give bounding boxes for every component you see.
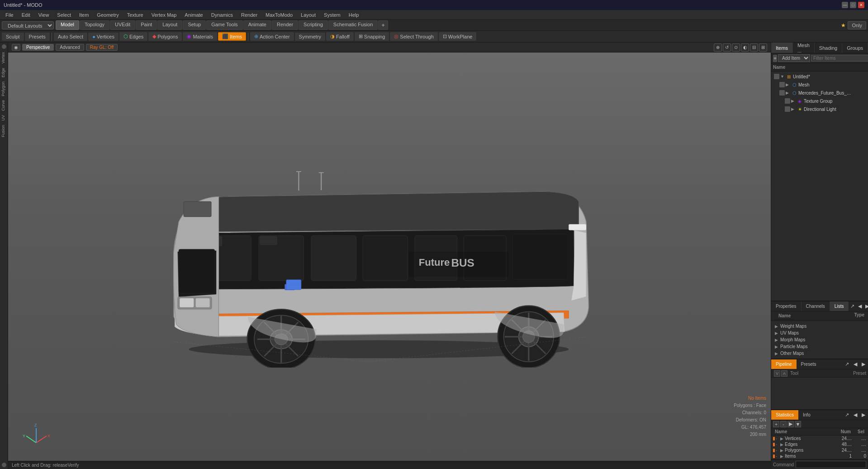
stats-row-vertices[interactable]: - ▶ Vertices 24.... .... [771,436,868,441]
sidebar-tab-polygon[interactable]: Polygon [0,80,8,98]
list-row-morph-maps[interactable]: ▶ Morph Maps [773,336,866,343]
menu-item-system[interactable]: System [320,11,344,19]
symmetry-button[interactable]: Symmetry [295,33,326,41]
menu-item-maxtomodo[interactable]: MaxToModo [262,11,296,19]
layout-tab-model[interactable]: Model [56,20,79,30]
menu-item-item[interactable]: Item [76,11,92,19]
tree-item-directional-light[interactable]: ▶ ☀ Directional Light [783,105,867,113]
stats-more-icon[interactable]: ▶ [860,411,867,419]
layout-tab-topology[interactable]: Topology [80,20,109,30]
tab-mesh[interactable]: Mesh ... [793,43,815,53]
stats-remove-button[interactable]: - [780,421,787,427]
tab-shading[interactable]: Shading [815,43,842,53]
snapping-button[interactable]: ⊞ Snapping [355,32,389,41]
vp-mode-btn[interactable]: ◉ [12,44,20,51]
expand-icon-4[interactable]: ▶ [791,99,796,103]
vertices-button[interactable]: ● Vertices [88,33,119,41]
sidebar-tab-fusion[interactable]: Fusion [0,123,8,139]
stats-row-polygons[interactable]: - ▶ Polygons 24.... .... [771,447,868,453]
sculpt-button[interactable]: Sculpt [2,33,24,41]
maximize-button[interactable]: □ [850,2,856,8]
edges-button[interactable]: ⬡ Edges [119,32,147,41]
polygons-button[interactable]: ◆ Polygons [148,32,182,41]
tab-presets[interactable]: Presets [797,359,821,369]
falloff-button[interactable]: ◑ Falloff [326,32,354,41]
layout-tab-uvedit[interactable]: UVEdit [110,20,135,30]
tab-groups[interactable]: Groups [842,43,868,53]
layout-tab-setup[interactable]: Setup [183,20,206,30]
vp-ctrl-3[interactable]: ⊙ [732,43,740,52]
stats-collapse-all[interactable]: ▼ [795,421,801,427]
stats-exp-1[interactable]: - [776,436,779,441]
vp-ctrl-2[interactable]: ↺ [723,43,731,52]
vp-ctrl-4[interactable]: ◐ [741,43,749,52]
props-more-icon[interactable]: ▶ [863,302,868,310]
raygl-btn[interactable]: Ray GL: Off [86,44,118,51]
layout-tab-paint[interactable]: Paint [136,20,157,30]
stats-chev-4[interactable]: ▶ [780,454,784,459]
filter-items-input[interactable] [811,55,868,62]
tree-item-texture-group[interactable]: ▶ ◈ Texture Group [783,97,867,105]
expand-icon-3[interactable]: ▶ [786,91,790,95]
tab-lists[interactable]: Lists [830,302,849,311]
pipeline-expand-icon[interactable]: ↗ [843,360,851,368]
pipeline-more-icon[interactable]: ▶ [860,360,867,368]
menu-item-edit[interactable]: Edit [18,11,34,19]
menu-item-texture[interactable]: Texture [123,11,147,19]
layout-tab-schematic-fusion[interactable]: Schematic Fusion [328,20,378,30]
list-row-other-maps[interactable]: ▶ Other Maps [773,350,866,357]
sidebar-tab-vertex[interactable]: Vertex [0,50,8,66]
stats-chev-3[interactable]: ▶ [780,448,784,453]
viewport-3d[interactable]: Future BUS [8,53,771,461]
tab-items[interactable]: Items [771,43,793,53]
close-button[interactable]: ✕ [858,2,864,8]
vp-ctrl-1[interactable]: ⊕ [714,43,722,52]
expand-icon-5[interactable]: ▶ [791,107,796,111]
layout-tab-render[interactable]: Render [272,20,298,30]
workplane-button[interactable]: ⊡ WorkPlane [439,32,477,41]
menu-item-dynamics[interactable]: Dynamics [208,11,237,19]
materials-button[interactable]: ◉ Materials [183,32,217,41]
menu-item-file[interactable]: File [2,11,17,19]
morph-maps-expand[interactable]: ▶ [775,338,778,342]
tab-channels[interactable]: Channels [802,302,830,311]
layout-tab-game-tools[interactable]: Game Tools [206,20,243,30]
menu-item-render[interactable]: Render [237,11,261,19]
add-item-dropdown[interactable]: Add Item [778,54,810,62]
layout-dropdown[interactable]: Default Layouts [2,21,54,29]
menu-item-vertex-map[interactable]: Vertex Map [148,11,180,19]
items-button[interactable]: ⬛ Items [218,32,246,41]
sidebar-tab-curve[interactable]: Curve [0,98,8,113]
command-input[interactable] [796,461,866,468]
sidebar-tab-edge[interactable]: Edge [0,66,8,79]
expand-icon-2[interactable]: ▶ [786,82,790,87]
vp-ctrl-5[interactable]: ⊟ [750,43,758,52]
menu-item-layout[interactable]: Layout [297,11,319,19]
pipeline-collapse-icon[interactable]: ◀ [852,360,859,368]
stats-collapse-icon[interactable]: ◀ [852,411,859,419]
particle-maps-expand[interactable]: ▶ [775,345,778,349]
stats-add-button[interactable]: + [773,421,779,427]
layout-tab-animate[interactable]: Animate [243,20,271,30]
stats-row-edges[interactable]: - ▶ Edges 48.... .... [771,441,868,447]
only-button[interactable]: Only [848,21,866,29]
layout-tab-scripting[interactable]: Scripting [299,20,328,30]
stats-exp-3[interactable]: - [776,448,779,453]
list-row-weight-maps[interactable]: ▶ Weight Maps [773,323,866,330]
sidebar-tab-uv[interactable]: UV [0,113,8,123]
stats-exp-2[interactable]: - [776,442,779,447]
weight-maps-expand[interactable]: ▶ [775,324,778,329]
props-collapse-icon[interactable]: ◀ [856,302,863,310]
tree-add-button[interactable]: + [773,55,777,62]
tab-properties[interactable]: Properties [771,302,802,311]
tree-item-mercedes[interactable]: ▶ ⬡ Mercedes_Future_Bus_Simple .... [778,89,867,97]
select-through-button[interactable]: ◎ Select Through [390,32,437,41]
other-maps-expand[interactable]: ▶ [775,351,778,356]
stats-exp-4[interactable]: - [776,454,779,459]
menu-item-geometry[interactable]: Geometry [93,11,122,19]
presets-button[interactable]: Presets [25,33,50,41]
stats-expand-all[interactable]: ▶ [787,421,794,427]
pipe-icon-a[interactable]: A [781,370,787,377]
action-center-button[interactable]: ⊕ Action Center [250,32,294,41]
minimize-button[interactable]: — [842,2,848,8]
